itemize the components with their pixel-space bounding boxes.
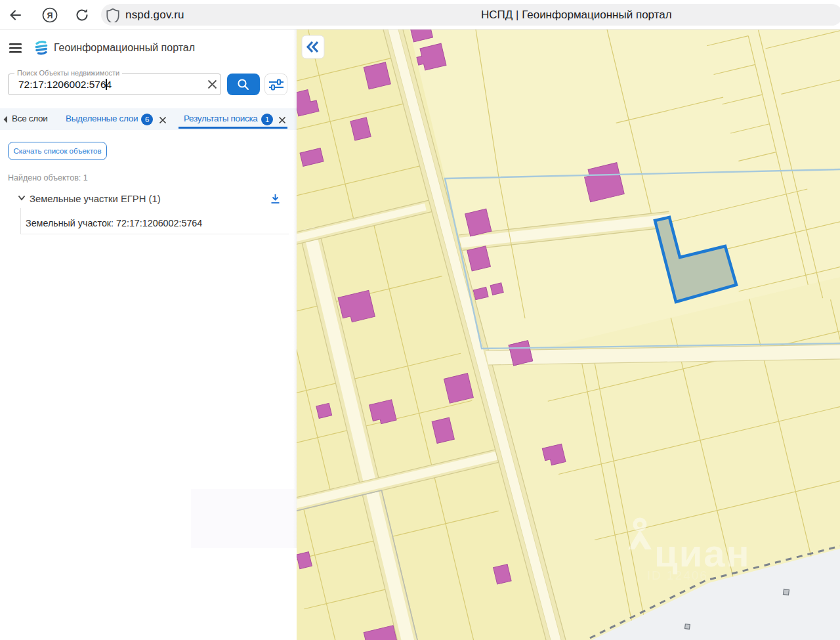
svg-text:ID 12406: ID 12406 bbox=[647, 568, 708, 582]
svg-text:Я: Я bbox=[47, 11, 53, 20]
